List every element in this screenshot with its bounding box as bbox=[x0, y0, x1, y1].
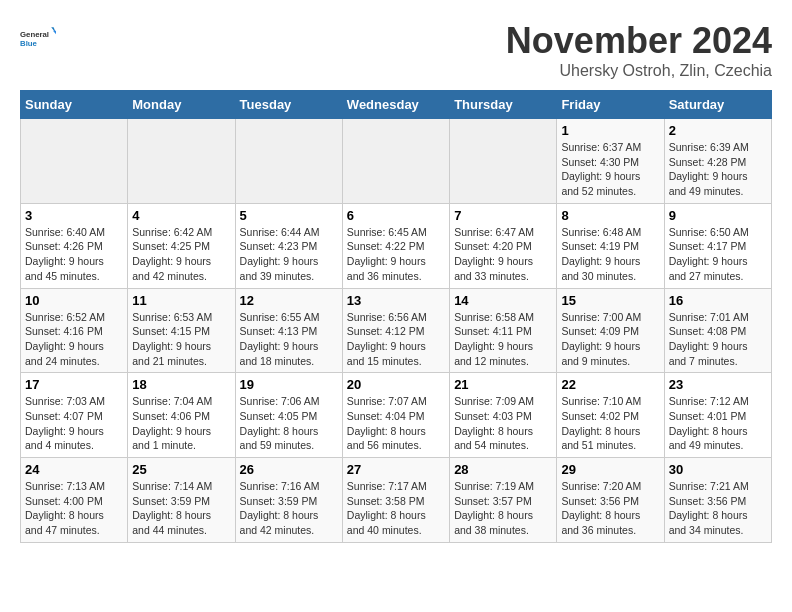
calendar-cell: 28Sunrise: 7:19 AMSunset: 3:57 PMDayligh… bbox=[450, 458, 557, 543]
day-info: Sunrise: 7:04 AMSunset: 4:06 PMDaylight:… bbox=[132, 394, 230, 453]
calendar-cell: 15Sunrise: 7:00 AMSunset: 4:09 PMDayligh… bbox=[557, 288, 664, 373]
day-info: Sunrise: 6:42 AMSunset: 4:25 PMDaylight:… bbox=[132, 225, 230, 284]
day-info: Sunrise: 7:06 AMSunset: 4:05 PMDaylight:… bbox=[240, 394, 338, 453]
calendar-cell: 7Sunrise: 6:47 AMSunset: 4:20 PMDaylight… bbox=[450, 203, 557, 288]
day-number: 26 bbox=[240, 462, 338, 477]
calendar-cell: 18Sunrise: 7:04 AMSunset: 4:06 PMDayligh… bbox=[128, 373, 235, 458]
calendar-cell: 17Sunrise: 7:03 AMSunset: 4:07 PMDayligh… bbox=[21, 373, 128, 458]
logo: General Blue bbox=[20, 20, 56, 56]
day-number: 10 bbox=[25, 293, 123, 308]
day-info: Sunrise: 7:17 AMSunset: 3:58 PMDaylight:… bbox=[347, 479, 445, 538]
day-info: Sunrise: 6:47 AMSunset: 4:20 PMDaylight:… bbox=[454, 225, 552, 284]
day-info: Sunrise: 7:10 AMSunset: 4:02 PMDaylight:… bbox=[561, 394, 659, 453]
location-title: Uhersky Ostroh, Zlin, Czechia bbox=[506, 62, 772, 80]
calendar-week-row: 1Sunrise: 6:37 AMSunset: 4:30 PMDaylight… bbox=[21, 119, 772, 204]
calendar-cell: 1Sunrise: 6:37 AMSunset: 4:30 PMDaylight… bbox=[557, 119, 664, 204]
month-title: November 2024 bbox=[506, 20, 772, 62]
day-number: 19 bbox=[240, 377, 338, 392]
day-number: 16 bbox=[669, 293, 767, 308]
day-info: Sunrise: 6:48 AMSunset: 4:19 PMDaylight:… bbox=[561, 225, 659, 284]
calendar-cell: 29Sunrise: 7:20 AMSunset: 3:56 PMDayligh… bbox=[557, 458, 664, 543]
calendar-cell: 9Sunrise: 6:50 AMSunset: 4:17 PMDaylight… bbox=[664, 203, 771, 288]
calendar-cell: 13Sunrise: 6:56 AMSunset: 4:12 PMDayligh… bbox=[342, 288, 449, 373]
day-info: Sunrise: 7:16 AMSunset: 3:59 PMDaylight:… bbox=[240, 479, 338, 538]
day-number: 9 bbox=[669, 208, 767, 223]
calendar-cell: 8Sunrise: 6:48 AMSunset: 4:19 PMDaylight… bbox=[557, 203, 664, 288]
day-number: 6 bbox=[347, 208, 445, 223]
day-number: 29 bbox=[561, 462, 659, 477]
calendar-cell: 24Sunrise: 7:13 AMSunset: 4:00 PMDayligh… bbox=[21, 458, 128, 543]
calendar-cell: 5Sunrise: 6:44 AMSunset: 4:23 PMDaylight… bbox=[235, 203, 342, 288]
day-number: 17 bbox=[25, 377, 123, 392]
calendar-cell: 11Sunrise: 6:53 AMSunset: 4:15 PMDayligh… bbox=[128, 288, 235, 373]
day-info: Sunrise: 7:13 AMSunset: 4:00 PMDaylight:… bbox=[25, 479, 123, 538]
header-friday: Friday bbox=[557, 91, 664, 119]
day-number: 14 bbox=[454, 293, 552, 308]
calendar-cell bbox=[235, 119, 342, 204]
day-number: 1 bbox=[561, 123, 659, 138]
logo-svg: General Blue bbox=[20, 20, 56, 56]
day-info: Sunrise: 6:58 AMSunset: 4:11 PMDaylight:… bbox=[454, 310, 552, 369]
day-number: 8 bbox=[561, 208, 659, 223]
calendar-cell: 23Sunrise: 7:12 AMSunset: 4:01 PMDayligh… bbox=[664, 373, 771, 458]
day-info: Sunrise: 7:20 AMSunset: 3:56 PMDaylight:… bbox=[561, 479, 659, 538]
svg-marker-3 bbox=[53, 31, 56, 36]
day-info: Sunrise: 7:01 AMSunset: 4:08 PMDaylight:… bbox=[669, 310, 767, 369]
calendar-cell: 12Sunrise: 6:55 AMSunset: 4:13 PMDayligh… bbox=[235, 288, 342, 373]
day-number: 25 bbox=[132, 462, 230, 477]
calendar-cell: 20Sunrise: 7:07 AMSunset: 4:04 PMDayligh… bbox=[342, 373, 449, 458]
day-info: Sunrise: 6:55 AMSunset: 4:13 PMDaylight:… bbox=[240, 310, 338, 369]
day-info: Sunrise: 7:21 AMSunset: 3:56 PMDaylight:… bbox=[669, 479, 767, 538]
day-info: Sunrise: 6:40 AMSunset: 4:26 PMDaylight:… bbox=[25, 225, 123, 284]
day-info: Sunrise: 6:50 AMSunset: 4:17 PMDaylight:… bbox=[669, 225, 767, 284]
calendar-table: SundayMondayTuesdayWednesdayThursdayFrid… bbox=[20, 90, 772, 543]
calendar-cell: 19Sunrise: 7:06 AMSunset: 4:05 PMDayligh… bbox=[235, 373, 342, 458]
day-number: 27 bbox=[347, 462, 445, 477]
calendar-week-row: 17Sunrise: 7:03 AMSunset: 4:07 PMDayligh… bbox=[21, 373, 772, 458]
header-thursday: Thursday bbox=[450, 91, 557, 119]
day-number: 12 bbox=[240, 293, 338, 308]
day-info: Sunrise: 6:56 AMSunset: 4:12 PMDaylight:… bbox=[347, 310, 445, 369]
day-info: Sunrise: 6:52 AMSunset: 4:16 PMDaylight:… bbox=[25, 310, 123, 369]
calendar-cell: 22Sunrise: 7:10 AMSunset: 4:02 PMDayligh… bbox=[557, 373, 664, 458]
calendar-cell bbox=[342, 119, 449, 204]
calendar-week-row: 10Sunrise: 6:52 AMSunset: 4:16 PMDayligh… bbox=[21, 288, 772, 373]
calendar-cell: 14Sunrise: 6:58 AMSunset: 4:11 PMDayligh… bbox=[450, 288, 557, 373]
calendar-cell: 10Sunrise: 6:52 AMSunset: 4:16 PMDayligh… bbox=[21, 288, 128, 373]
day-number: 21 bbox=[454, 377, 552, 392]
day-number: 5 bbox=[240, 208, 338, 223]
day-number: 15 bbox=[561, 293, 659, 308]
day-number: 22 bbox=[561, 377, 659, 392]
calendar-cell: 26Sunrise: 7:16 AMSunset: 3:59 PMDayligh… bbox=[235, 458, 342, 543]
day-info: Sunrise: 7:07 AMSunset: 4:04 PMDaylight:… bbox=[347, 394, 445, 453]
day-number: 23 bbox=[669, 377, 767, 392]
calendar-week-row: 24Sunrise: 7:13 AMSunset: 4:00 PMDayligh… bbox=[21, 458, 772, 543]
svg-text:Blue: Blue bbox=[20, 39, 38, 48]
day-number: 18 bbox=[132, 377, 230, 392]
day-number: 11 bbox=[132, 293, 230, 308]
day-number: 30 bbox=[669, 462, 767, 477]
calendar-cell: 21Sunrise: 7:09 AMSunset: 4:03 PMDayligh… bbox=[450, 373, 557, 458]
calendar-cell: 27Sunrise: 7:17 AMSunset: 3:58 PMDayligh… bbox=[342, 458, 449, 543]
calendar-cell: 30Sunrise: 7:21 AMSunset: 3:56 PMDayligh… bbox=[664, 458, 771, 543]
day-info: Sunrise: 6:44 AMSunset: 4:23 PMDaylight:… bbox=[240, 225, 338, 284]
calendar-week-row: 3Sunrise: 6:40 AMSunset: 4:26 PMDaylight… bbox=[21, 203, 772, 288]
svg-text:General: General bbox=[20, 30, 49, 39]
calendar-cell: 3Sunrise: 6:40 AMSunset: 4:26 PMDaylight… bbox=[21, 203, 128, 288]
calendar-cell: 2Sunrise: 6:39 AMSunset: 4:28 PMDaylight… bbox=[664, 119, 771, 204]
day-info: Sunrise: 7:19 AMSunset: 3:57 PMDaylight:… bbox=[454, 479, 552, 538]
day-info: Sunrise: 7:03 AMSunset: 4:07 PMDaylight:… bbox=[25, 394, 123, 453]
calendar-cell: 25Sunrise: 7:14 AMSunset: 3:59 PMDayligh… bbox=[128, 458, 235, 543]
day-number: 28 bbox=[454, 462, 552, 477]
calendar-cell bbox=[450, 119, 557, 204]
day-info: Sunrise: 6:45 AMSunset: 4:22 PMDaylight:… bbox=[347, 225, 445, 284]
day-info: Sunrise: 6:37 AMSunset: 4:30 PMDaylight:… bbox=[561, 140, 659, 199]
calendar-cell: 6Sunrise: 6:45 AMSunset: 4:22 PMDaylight… bbox=[342, 203, 449, 288]
calendar-cell: 4Sunrise: 6:42 AMSunset: 4:25 PMDaylight… bbox=[128, 203, 235, 288]
calendar-cell bbox=[21, 119, 128, 204]
header-saturday: Saturday bbox=[664, 91, 771, 119]
header-sunday: Sunday bbox=[21, 91, 128, 119]
day-number: 7 bbox=[454, 208, 552, 223]
day-number: 3 bbox=[25, 208, 123, 223]
day-number: 13 bbox=[347, 293, 445, 308]
